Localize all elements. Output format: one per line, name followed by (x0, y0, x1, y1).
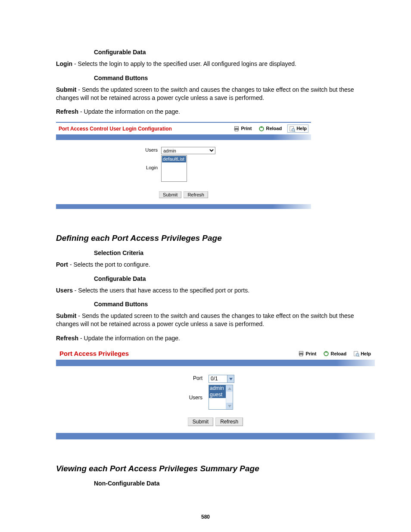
section-title-defining: Defining each Port Access Privileges Pag… (56, 233, 355, 244)
svg-rect-0 (235, 127, 239, 128)
help-label: Help (361, 351, 371, 357)
def-refresh: Refresh - Update the information on the … (56, 108, 355, 116)
def-port: Port - Selects the port to configure. (56, 261, 355, 269)
help-label: Help (296, 125, 307, 132)
print-button[interactable]: Print (232, 125, 253, 132)
heading-command-buttons: Command Buttons (94, 300, 355, 308)
user-option[interactable]: guest (209, 392, 226, 398)
heading-selection-criteria: Selection Criteria (94, 249, 355, 257)
login-listbox[interactable]: defaultList (161, 155, 187, 182)
def-users: Users - Selects the users that have acce… (56, 286, 355, 295)
help-icon (289, 126, 295, 132)
svg-rect-9 (300, 355, 303, 356)
refresh-button[interactable]: Refresh (184, 191, 208, 198)
svg-rect-7 (299, 352, 303, 353)
label-port: Port (56, 375, 209, 383)
section-title-viewing: Viewing each Port Access Privileges Summ… (56, 463, 355, 474)
def-submit: Submit - Sends the updated screen to the… (56, 312, 355, 328)
divider-bar (56, 134, 311, 140)
panel-user-login-config: Port Access Control User Login Configura… (56, 122, 311, 209)
users-select[interactable]: admin (161, 147, 215, 154)
label-login: Login (56, 155, 161, 182)
label-users: Users (56, 385, 209, 410)
panel2-title: Port Access Privileges (58, 349, 293, 358)
print-icon (298, 351, 304, 357)
def-login: Login - Selects the login to apply to th… (56, 60, 355, 68)
svg-rect-2 (235, 130, 238, 131)
def-submit: Submit - Sends the updated screen to the… (56, 86, 355, 102)
reload-button[interactable]: Reload (257, 125, 283, 132)
def-refresh: Refresh - Update the information on the … (56, 334, 355, 342)
divider-bar (56, 360, 375, 366)
svg-point-12 (356, 353, 359, 356)
panel1-header: Port Access Control User Login Configura… (56, 123, 311, 134)
reload-label: Reload (330, 351, 346, 357)
print-icon (234, 126, 240, 132)
reload-button[interactable]: Reload (322, 350, 348, 358)
users-listbox[interactable]: admin guest (209, 385, 233, 410)
svg-line-13 (358, 356, 359, 357)
port-select[interactable]: 0/1 (209, 375, 234, 383)
panel-port-access-privileges: Port Access Privileges Print Reload Help… (56, 348, 375, 439)
print-label: Print (241, 125, 252, 132)
panel2-header: Port Access Privileges Print Reload Help (56, 348, 375, 360)
print-label: Print (305, 351, 316, 357)
heading-command-buttons: Command Buttons (94, 74, 355, 82)
heading-non-configurable-data: Non-Configurable Data (94, 479, 355, 488)
help-button[interactable]: Help (287, 124, 308, 133)
heading-configurable-data: Configurable Data (94, 48, 355, 56)
user-option[interactable]: admin (209, 385, 226, 392)
divider-bar (56, 433, 375, 439)
reload-icon (258, 126, 265, 132)
svg-point-5 (292, 128, 295, 131)
reload-icon (323, 351, 329, 357)
svg-line-6 (294, 131, 295, 132)
chevron-down-icon[interactable] (226, 403, 233, 409)
port-value: 0/1 (209, 375, 227, 383)
help-button[interactable]: Help (352, 350, 372, 358)
page-number: 580 (56, 513, 355, 520)
scrollbar[interactable] (226, 385, 233, 409)
label-users: Users (56, 147, 161, 154)
chevron-up-icon[interactable] (226, 385, 233, 392)
submit-button[interactable]: Submit (159, 191, 181, 198)
divider-bar (56, 204, 311, 209)
print-button[interactable]: Print (297, 350, 318, 358)
panel1-title: Port Access Control User Login Configura… (59, 125, 228, 132)
refresh-button[interactable]: Refresh (215, 417, 243, 426)
submit-button[interactable]: Submit (188, 417, 213, 426)
login-option-selected[interactable]: defaultList (162, 156, 186, 162)
chevron-down-icon (227, 375, 234, 383)
reload-label: Reload (266, 125, 282, 132)
heading-configurable-data: Configurable Data (94, 275, 355, 283)
help-icon (353, 351, 359, 357)
